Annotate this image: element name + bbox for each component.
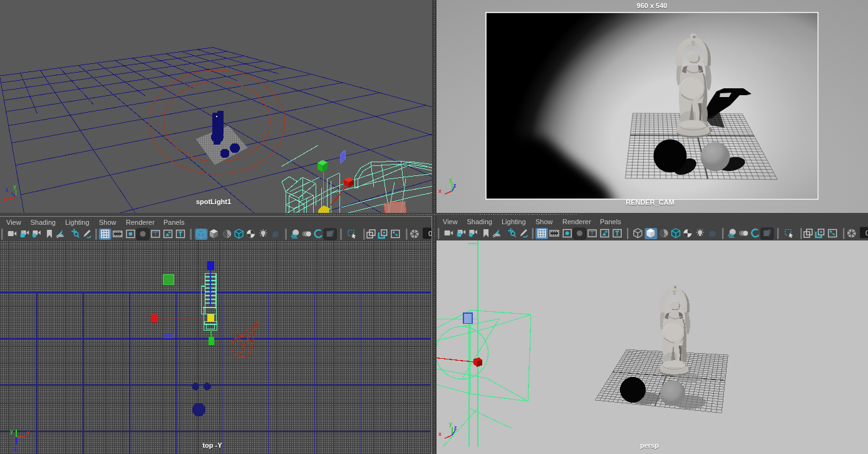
- svg-text:z: z: [453, 182, 457, 188]
- svg-text:x: x: [438, 431, 442, 437]
- svg-text:z: z: [14, 446, 17, 452]
- svg-text:0: 0: [865, 229, 868, 237]
- svg-text:x: x: [438, 188, 442, 194]
- svg-text:y: y: [449, 421, 452, 427]
- svg-text:y: y: [10, 428, 13, 435]
- svg-text:z: z: [6, 187, 9, 193]
- svg-text:0: 0: [428, 230, 431, 237]
- svg-text:y: y: [13, 183, 16, 190]
- svg-text:x: x: [27, 430, 30, 436]
- svg-text:z: z: [454, 425, 457, 431]
- svg-text:x: x: [4, 196, 7, 202]
- svg-text:y: y: [449, 177, 452, 183]
